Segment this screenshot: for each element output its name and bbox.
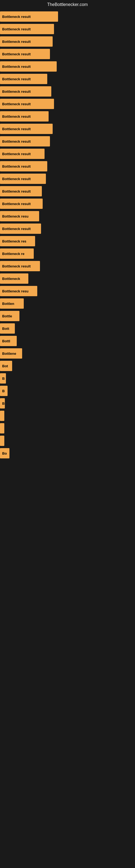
bottleneck-label: Bottleneck result xyxy=(2,102,31,106)
bottleneck-bar: Bot xyxy=(0,361,12,371)
bottleneck-bar: Bottleneck result xyxy=(0,198,43,209)
bottleneck-bar: Bottlen xyxy=(0,299,24,309)
list-item: Bottleneck result xyxy=(0,49,135,59)
bottleneck-bar: Bottle xyxy=(0,311,19,321)
items-container: Bottleneck resultBottleneck resultBottle… xyxy=(0,11,135,466)
list-item: Bottleneck result xyxy=(0,186,135,196)
bottleneck-label: Bottleneck result xyxy=(2,140,31,144)
bottleneck-bar: Bottleneck result xyxy=(0,111,49,122)
list-item: B xyxy=(0,398,135,408)
list-item: Bottlene xyxy=(0,348,135,359)
bottleneck-bar xyxy=(0,411,4,421)
list-item: Bottleneck result xyxy=(0,86,135,97)
bottleneck-label: Bottleneck result xyxy=(2,27,31,31)
bottleneck-bar: Bottleneck result xyxy=(0,223,41,234)
list-item: Bot xyxy=(0,361,135,371)
bottleneck-bar: Bottleneck res xyxy=(0,236,35,246)
list-item: B xyxy=(0,386,135,396)
bottleneck-bar: Bo xyxy=(0,448,9,458)
bottleneck-label: Bottleneck result xyxy=(2,264,31,268)
bottleneck-label: Bottleneck result xyxy=(2,115,31,119)
bottleneck-label: B xyxy=(2,389,5,393)
bottleneck-bar xyxy=(0,423,4,433)
bottleneck-bar: Bottleneck result xyxy=(0,86,51,97)
bottleneck-bar: Bottleneck result xyxy=(0,124,53,134)
list-item: Bottleneck re xyxy=(0,248,135,259)
bottleneck-bar: Bottlene xyxy=(0,348,22,359)
list-item: Bottleneck result xyxy=(0,74,135,84)
bottleneck-bar xyxy=(0,436,4,446)
list-item: Bottleneck resu xyxy=(0,211,135,221)
list-item: Bottl xyxy=(0,336,135,346)
bottleneck-label: Bottleneck result xyxy=(2,77,31,81)
list-item: Bottleneck result xyxy=(0,111,135,122)
site-title-wrapper: TheBottlenecker.com xyxy=(0,0,135,9)
bottleneck-label: Bottleneck resu xyxy=(2,289,29,293)
bottleneck-label: Bo xyxy=(2,452,7,456)
bottleneck-label: Bottleneck result xyxy=(2,189,31,193)
bottleneck-label: Bot xyxy=(2,364,8,368)
bottleneck-label: Bottle xyxy=(2,314,12,318)
list-item: Bottleneck result xyxy=(0,198,135,209)
bottleneck-bar: Bottleneck xyxy=(0,273,28,284)
bottleneck-label: Bottl xyxy=(2,339,10,343)
list-item: B xyxy=(0,373,135,383)
list-item: Bo xyxy=(0,448,135,458)
bottleneck-label: Bottleneck result xyxy=(2,164,31,168)
bottleneck-bar: Bott xyxy=(0,323,15,334)
list-item: Bottleneck resu xyxy=(0,286,135,296)
bottleneck-bar: Bottleneck resu xyxy=(0,211,39,221)
list-item: Bottleneck result xyxy=(0,174,135,184)
bottleneck-bar: B xyxy=(0,373,6,383)
list-item: Bottleneck res xyxy=(0,236,135,246)
list-item: Bottleneck result xyxy=(0,99,135,109)
bottleneck-label: Bottleneck result xyxy=(2,40,31,44)
bottleneck-bar: Bottleneck result xyxy=(0,36,53,46)
bottleneck-bar: Bottleneck result xyxy=(0,99,54,109)
bottleneck-bar: Bottleneck result xyxy=(0,261,40,271)
bottleneck-label: Bottlen xyxy=(2,302,14,306)
bottleneck-bar: Bottleneck result xyxy=(0,11,58,22)
site-title: TheBottlenecker.com xyxy=(0,0,135,9)
list-item: Bottleneck result xyxy=(0,136,135,147)
list-item xyxy=(0,436,135,446)
list-item: Bottleneck result xyxy=(0,161,135,172)
list-item: Bottle xyxy=(0,311,135,321)
bottleneck-bar: Bottleneck result xyxy=(0,24,54,34)
list-item: Bottleneck result xyxy=(0,61,135,72)
list-item: Bottleneck result xyxy=(0,149,135,159)
bottleneck-label: Bottleneck result xyxy=(2,202,31,206)
bottleneck-label: Bottleneck result xyxy=(2,65,31,69)
bottleneck-bar: B xyxy=(0,386,8,396)
bottleneck-bar: Bottleneck result xyxy=(0,136,50,147)
bottleneck-label: Bott xyxy=(2,327,9,331)
list-item: Bottleneck result xyxy=(0,223,135,234)
list-item: Bottleneck result xyxy=(0,124,135,134)
bottleneck-label: Bottleneck resu xyxy=(2,214,29,218)
list-item: Bottleneck result xyxy=(0,11,135,22)
bottleneck-bar: Bottleneck result xyxy=(0,61,57,72)
bottleneck-label: Bottleneck result xyxy=(2,152,31,156)
bottleneck-label: Bottleneck result xyxy=(2,14,31,19)
list-item: Bottleneck xyxy=(0,273,135,284)
bottleneck-label: Bottleneck result xyxy=(2,52,31,56)
bottleneck-bar: Bottleneck re xyxy=(0,248,34,259)
bottleneck-label: Bottleneck result xyxy=(2,90,31,94)
bottleneck-bar: Bottleneck result xyxy=(0,49,50,59)
bottleneck-label: B xyxy=(2,401,5,405)
bottleneck-label: B xyxy=(2,376,5,380)
bottleneck-label: Bottleneck result xyxy=(2,177,31,181)
list-item xyxy=(0,411,135,421)
bottleneck-bar: Bottl xyxy=(0,336,17,346)
list-item: Bott xyxy=(0,323,135,334)
bottleneck-bar: B xyxy=(0,398,5,408)
list-item: Bottleneck result xyxy=(0,24,135,34)
list-item: Bottlen xyxy=(0,299,135,309)
list-item xyxy=(0,423,135,433)
bottleneck-bar: Bottleneck result xyxy=(0,186,42,196)
bottleneck-label: Bottleneck re xyxy=(2,252,24,256)
list-item: Bottleneck result xyxy=(0,261,135,271)
bottleneck-label: Bottleneck result xyxy=(2,227,31,231)
bottleneck-bar: Bottleneck result xyxy=(0,149,45,159)
bottleneck-bar: Bottleneck result xyxy=(0,74,47,84)
